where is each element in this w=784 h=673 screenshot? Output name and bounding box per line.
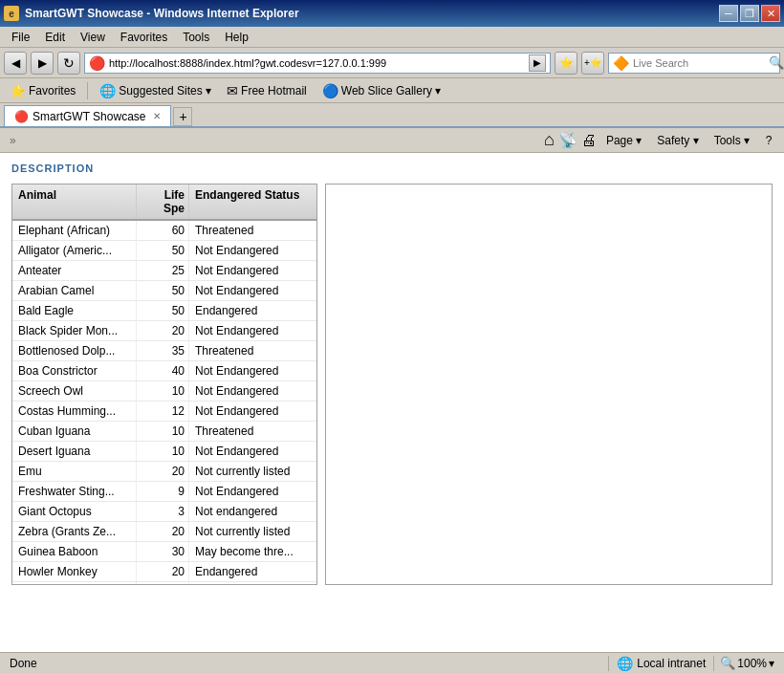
table-row[interactable]: Arabian Camel 50 Not Endangered [12,281,316,301]
more-button[interactable]: » [6,132,20,149]
add-favorites-button[interactable]: +⭐ [581,52,604,75]
table-row[interactable]: Alligator (Americ... 50 Not Endangered [12,241,316,261]
cell-animal: Black Spider Mon... [12,321,137,340]
window-title: SmartGWT Showcase - Windows Internet Exp… [25,7,299,20]
cell-lifespan: 50 [137,241,189,260]
cell-animal: Bald Eagle [12,301,137,320]
cell-status: May become thre... [189,542,316,561]
cell-lifespan: 35 [137,341,189,360]
menu-edit[interactable]: Edit [37,29,73,46]
description-label: DESCRIPTION [11,163,773,174]
free-hotmail-item[interactable]: ✉ Free Hotmail [223,81,311,100]
favorites-button[interactable]: ⭐ [555,52,577,75]
favorites-star-icon: ⭐ [10,83,26,98]
table-row[interactable]: Indian Rock Python 30 Not Endangered [12,582,316,584]
cell-animal: Elephant (African) [12,221,137,240]
cell-lifespan: 20 [137,562,189,581]
restore-button[interactable]: ❐ [740,5,759,22]
new-tab-button[interactable]: + [173,107,192,126]
suggested-sites-item[interactable]: 🌐 Suggested Sites ▾ [96,81,215,100]
rss-icon[interactable]: 📡 [558,131,577,149]
table-row[interactable]: Freshwater Sting... 9 Not Endangered [12,482,316,502]
safety-button[interactable]: Safety ▾ [651,132,704,149]
forward-button[interactable]: ▶ [31,52,54,75]
cell-lifespan: 50 [137,301,189,320]
menu-tools[interactable]: Tools [175,29,217,46]
close-button[interactable]: ✕ [761,5,780,22]
refresh-button[interactable]: ↻ [57,52,80,75]
print-icon[interactable]: 🖨 [581,132,597,149]
app-icon: e [4,6,19,21]
menu-favorites[interactable]: Favorites [113,29,175,46]
main-layout: Animal Life Spe Endangered Status Elepha… [11,184,773,585]
tools-button[interactable]: Tools ▾ [708,132,755,149]
table-row[interactable]: Guinea Baboon 30 May become thre... [12,542,316,562]
table-row[interactable]: Costas Humming... 12 Not Endangered [12,402,316,422]
table-row[interactable]: Boa Constrictor 40 Not Endangered [12,361,316,381]
cell-status: Threatened [189,221,316,240]
favorites-item[interactable]: ⭐ Favorites [6,81,79,100]
cell-status: Not Endangered [189,482,316,501]
web-slice-icon: 🔵 [322,83,338,98]
tab-label: SmartGWT Showcase [33,110,145,123]
cell-lifespan: 30 [137,542,189,561]
address-input[interactable] [109,57,525,69]
cell-status: Not Endangered [189,582,316,584]
help-button[interactable]: ? [759,132,778,149]
cell-lifespan: 20 [137,321,189,340]
table-row[interactable]: Howler Monkey 20 Endangered [12,562,316,582]
cell-animal: Emu [12,462,137,481]
table-row[interactable]: Anteater 25 Not Endangered [12,261,316,281]
tab-close-icon[interactable]: ✕ [153,111,161,121]
page-button[interactable]: Page ▾ [600,132,647,149]
cell-lifespan: 10 [137,422,189,441]
active-tab[interactable]: 🔴 SmartGWT Showcase ✕ [4,105,171,126]
page-content: DESCRIPTION Animal Life Spe Endangered S… [0,153,784,652]
menu-view[interactable]: View [73,29,113,46]
menu-help[interactable]: Help [217,29,256,46]
favorites-bar: ⭐ Favorites 🌐 Suggested Sites ▾ ✉ Free H… [0,78,784,103]
nav-tools-row: » ⌂ 📡 🖨 Page ▾ Safety ▾ Tools ▾ ? [0,128,784,153]
home-icon[interactable]: ⌂ [544,130,555,150]
minimize-button[interactable]: ─ [719,5,738,22]
table-row[interactable]: Emu 20 Not currently listed [12,462,316,482]
search-input[interactable] [633,57,765,69]
cell-status: Not Endangered [189,281,316,300]
title-bar-left: e SmartGWT Showcase - Windows Internet E… [4,6,299,21]
table-body[interactable]: Elephant (African) 60 Threatened Alligat… [12,221,316,584]
cell-lifespan: 25 [137,261,189,280]
cell-status: Endangered [189,562,316,581]
cell-lifespan: 12 [137,402,189,421]
cell-status: Not endangered [189,502,316,521]
table-row[interactable]: Black Spider Mon... 20 Not Endangered [12,321,316,341]
zoom-dropdown-icon[interactable]: ▾ [769,657,774,670]
table-row[interactable]: Giant Octopus 3 Not endangered [12,502,316,522]
table-row[interactable]: Zebra (Grants Ze... 20 Not currently lis… [12,522,316,542]
table-row[interactable]: Elephant (African) 60 Threatened [12,221,316,241]
cell-animal: Freshwater Sting... [12,482,137,501]
table-row[interactable]: Screech Owl 10 Not Endangered [12,381,316,402]
web-slice-gallery-item[interactable]: 🔵 Web Slice Gallery ▾ [318,81,445,100]
hotmail-icon: ✉ [227,83,238,98]
table-row[interactable]: Bald Eagle 50 Endangered [12,301,316,321]
search-icon[interactable]: 🔍 [769,55,784,70]
menu-file[interactable]: File [4,29,37,46]
col-header-status: Endangered Status [189,185,316,219]
cell-lifespan: 20 [137,462,189,481]
suggested-sites-label: Suggested Sites ▾ [119,84,211,98]
content-area: DESCRIPTION Animal Life Spe Endangered S… [0,153,784,652]
table-row[interactable]: Desert Iguana 10 Not Endangered [12,442,316,462]
cell-animal: Alligator (Americ... [12,241,137,260]
cell-lifespan: 50 [137,281,189,300]
table-row[interactable]: Bottlenosed Dolp... 35 Threatened [12,341,316,361]
zone-label: Local intranet [637,657,706,670]
cell-status: Not currently listed [189,522,316,541]
go-button[interactable]: ▶ [529,54,546,72]
zoom-label: 100% [737,657,767,670]
favorites-label: Favorites [29,84,76,98]
back-button[interactable]: ◀ [4,52,27,75]
table-row[interactable]: Cuban Iguana 10 Threatened [12,422,316,442]
cell-animal: Howler Monkey [12,562,137,581]
cell-lifespan: 20 [137,522,189,541]
cell-lifespan: 10 [137,442,189,461]
